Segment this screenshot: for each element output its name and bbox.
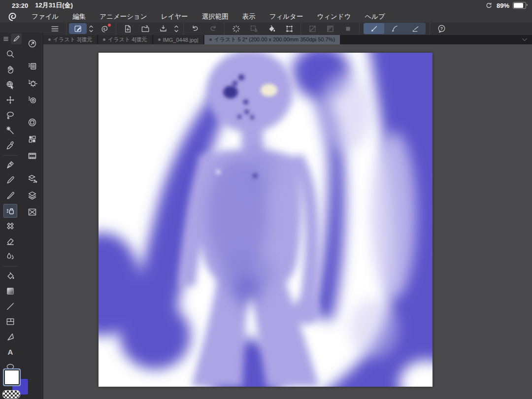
brush-tool-icon xyxy=(5,191,15,200)
clip-studio-logo-icon[interactable] xyxy=(7,12,18,22)
tab-bullet-icon xyxy=(209,38,212,41)
tool-zoom[interactable] xyxy=(3,47,17,61)
color-circle-icon xyxy=(27,117,37,128)
frame-tool-icon xyxy=(5,317,15,327)
tool-fill[interactable] xyxy=(3,269,17,283)
tab-bullet-icon xyxy=(103,38,105,41)
command-group: ? xyxy=(430,22,453,35)
menu-item-6[interactable]: フィルター xyxy=(263,12,310,21)
document-tab-1[interactable]: イラスト 4[復元 xyxy=(98,35,152,44)
quick-mask-button[interactable] xyxy=(321,23,339,34)
menu-item-7[interactable]: ウィンドウ xyxy=(310,12,358,21)
new-canvas-button[interactable] xyxy=(119,23,136,34)
tool-operate[interactable] xyxy=(3,78,17,92)
tool-eyedropper[interactable] xyxy=(3,139,17,153)
tool-move-layer[interactable] xyxy=(3,93,17,107)
panel-quick-access[interactable] xyxy=(25,36,39,50)
tool-eraser[interactable] xyxy=(3,234,17,248)
canvas-artwork[interactable] xyxy=(99,53,432,387)
tool-selection[interactable] xyxy=(3,108,17,122)
snap-to-ruler-button[interactable] xyxy=(364,23,384,34)
panel-color-circle[interactable] xyxy=(25,115,39,129)
command-group xyxy=(300,22,359,35)
menu-item-8[interactable]: ヘルプ xyxy=(358,12,392,21)
panel-tool-property[interactable] xyxy=(25,76,39,90)
snap-ruler-icon xyxy=(369,24,379,33)
processing-button[interactable] xyxy=(227,23,245,34)
foreground-color-swatch[interactable] xyxy=(3,368,21,386)
help-button[interactable]: ? xyxy=(432,23,450,34)
menu-item-5[interactable]: 表示 xyxy=(235,12,263,21)
command-bar-groups: ? xyxy=(43,22,453,35)
snap-to-special-ruler-button[interactable] xyxy=(384,23,405,34)
menu-item-0[interactable]: ファイル xyxy=(25,12,66,21)
document-tab-3[interactable]: イラスト 5 2* (200.00 x 200.00mm 350dpi 50.7… xyxy=(204,35,340,44)
edit-mode-button[interactable] xyxy=(69,23,87,34)
document-tab-2[interactable]: IMG_0448.jpg| xyxy=(153,35,203,44)
deselect-button[interactable] xyxy=(303,23,321,34)
undo-button[interactable] xyxy=(186,23,204,34)
panel-timeline[interactable] xyxy=(25,149,39,163)
tool-auto-select[interactable] xyxy=(3,124,17,137)
save-button[interactable] xyxy=(154,23,172,34)
fill-button[interactable] xyxy=(263,23,280,34)
menu-item-2[interactable]: アニメーション xyxy=(93,12,154,21)
clip-studio-button[interactable] xyxy=(96,23,113,34)
mask-pen-icon xyxy=(326,24,335,33)
chevrons-icon xyxy=(172,24,181,33)
open-file-button[interactable] xyxy=(136,23,154,34)
command-group xyxy=(183,22,224,35)
menu-items: ファイル編集アニメーションレイヤー選択範囲表示フィルターウィンドウヘルプ xyxy=(25,12,392,21)
panel-color-set[interactable] xyxy=(25,132,39,146)
save-options-chevrons[interactable] xyxy=(172,23,181,34)
panel-layer-property[interactable] xyxy=(25,171,39,185)
tool-divider xyxy=(3,155,18,156)
tool-airbrush[interactable] xyxy=(3,204,17,218)
menu-item-3[interactable]: レイヤー xyxy=(154,12,195,21)
svg-text:?: ? xyxy=(440,26,442,31)
clear-selection-button[interactable] xyxy=(245,23,263,34)
crop-frame-button[interactable] xyxy=(280,23,298,34)
clock: 23:20 xyxy=(12,2,28,9)
document-tab-0[interactable]: イラスト 3[復元 xyxy=(43,35,97,44)
orientation-lock-icon xyxy=(485,2,493,9)
tool-hand[interactable] xyxy=(3,63,17,76)
command-group xyxy=(116,22,183,35)
redo-button[interactable] xyxy=(204,23,222,34)
tool-figure[interactable] xyxy=(3,299,17,313)
panel-sub-view[interactable] xyxy=(25,205,39,219)
hamburger-small-icon[interactable] xyxy=(2,35,10,43)
menu-item-1[interactable]: 編集 xyxy=(66,12,93,21)
tool-pencil[interactable] xyxy=(3,173,17,187)
text-tool-icon: A xyxy=(5,347,15,357)
selection-border-button[interactable] xyxy=(339,23,357,34)
tool-brush[interactable] xyxy=(3,189,17,202)
mode-switch-chevrons[interactable] xyxy=(87,23,96,34)
transparent-color-swatch[interactable] xyxy=(2,390,20,399)
tab-label: イラスト 4[復元 xyxy=(108,36,147,43)
pencil-icon[interactable] xyxy=(11,33,22,44)
tool-frame-border[interactable] xyxy=(3,315,17,329)
tool-pen[interactable] xyxy=(3,158,17,172)
quick-access-icon xyxy=(27,38,37,49)
status-bar: 23:20 12月31日(金) 89% xyxy=(0,0,532,11)
color-set-icon xyxy=(27,134,37,144)
tool-text[interactable]: A xyxy=(3,345,17,359)
snap-to-grid-button[interactable] xyxy=(405,23,426,34)
tool-decoration[interactable] xyxy=(3,219,17,233)
panel-brush-size[interactable] xyxy=(25,93,39,106)
tab-bullet-icon xyxy=(158,38,161,41)
layer-property-icon xyxy=(27,173,37,184)
main-menu-button[interactable] xyxy=(46,23,64,34)
redo-icon xyxy=(208,24,218,33)
chevron-down-icon[interactable] xyxy=(521,36,528,43)
tool-blend[interactable] xyxy=(3,250,17,264)
menu-item-4[interactable]: 選択範囲 xyxy=(195,12,235,21)
panel-sub-tool[interactable] xyxy=(25,59,39,73)
select-drop-icon xyxy=(249,24,259,33)
tool-ruler[interactable] xyxy=(3,330,17,344)
hand-tool-icon xyxy=(5,65,15,74)
canvas-document[interactable] xyxy=(99,53,432,387)
tool-gradient[interactable] xyxy=(3,284,17,298)
panel-layers[interactable] xyxy=(25,188,39,202)
